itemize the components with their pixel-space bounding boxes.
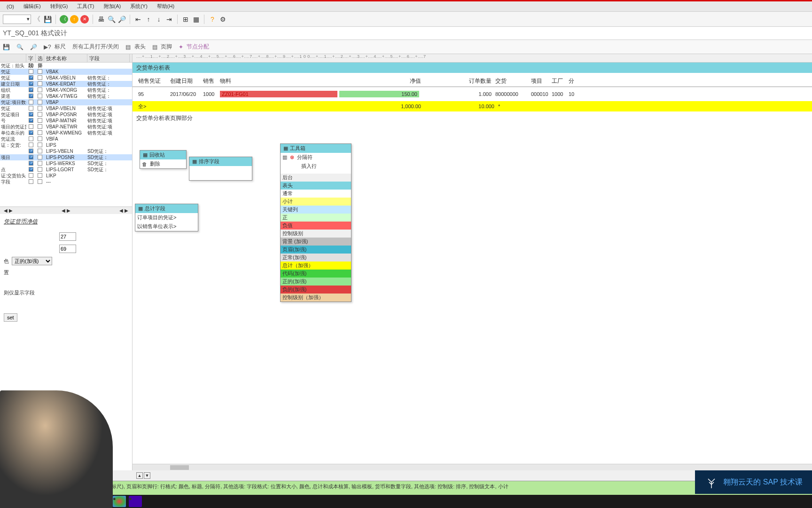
menu-o[interactable]: (O) bbox=[2, 2, 19, 11]
field-row[interactable]: 项目LIPS-POSNRSD凭证： bbox=[0, 154, 132, 160]
nodes-button[interactable]: ✦ 节点分配 bbox=[179, 43, 209, 51]
color-swatch[interactable]: 负值 bbox=[281, 222, 351, 230]
pos-input-1[interactable] bbox=[59, 232, 76, 241]
tree-icon bbox=[704, 475, 718, 489]
nav-up-icon[interactable]: ▲ bbox=[136, 472, 143, 479]
recycle-panel[interactable]: ▦回收站 🗑删除 bbox=[140, 150, 187, 169]
page-up-icon[interactable]: ↑ bbox=[144, 15, 153, 24]
set-button[interactable]: set bbox=[4, 313, 17, 322]
total-panel[interactable]: ▦总计字段 订单项目的凭证> 以销售单位表示> bbox=[135, 204, 198, 231]
page-first-icon[interactable]: ⇤ bbox=[134, 15, 142, 24]
page-last-icon[interactable]: ⇥ bbox=[165, 15, 173, 24]
color-swatch[interactable]: 小计 bbox=[281, 198, 351, 206]
total-item-1[interactable]: 订单项目的凭证> bbox=[135, 213, 198, 222]
main-toolbar: ▾ 《 💾 《 ↑ ✕ 🖶 🔍 🔎 ⇤ ↑ ↓ ⇥ ⊞ ▦ ? ⚙ bbox=[0, 12, 812, 27]
color-swatch[interactable]: 表头 bbox=[281, 182, 351, 190]
back-btn-icon[interactable]: 《 bbox=[60, 15, 68, 24]
shortcut-icon[interactable]: ▦ bbox=[192, 15, 200, 24]
find-next-icon[interactable]: 🔎 bbox=[117, 15, 126, 24]
h-scrollbar[interactable] bbox=[133, 464, 812, 470]
toolbox-panel[interactable]: ▦工具箱 ▥⊗分隔符 插入行 后台表头通常小计关键列正负值控制级别背景 (加强)… bbox=[280, 143, 351, 302]
field-row[interactable]: 凭证：抬头100 bbox=[0, 63, 132, 69]
total-item-2[interactable]: 以销售单位表示> bbox=[135, 222, 198, 231]
color-select[interactable]: 正的(加强) bbox=[12, 257, 52, 265]
color-swatch[interactable]: 正 bbox=[281, 214, 351, 222]
nav-arrows[interactable]: ▲ ▼ bbox=[136, 472, 150, 479]
color-swatch[interactable]: 代码(加强) bbox=[281, 270, 351, 278]
menu-edit[interactable]: 编辑(E) bbox=[19, 1, 46, 11]
menu-tools[interactable]: 工具(T) bbox=[72, 1, 99, 11]
field-row[interactable]: LIPS-WERKSSD凭证： bbox=[0, 160, 132, 167]
report-footer[interactable]: 交货单分析表页脚部分 bbox=[133, 111, 812, 125]
new-session-icon[interactable]: ⊞ bbox=[181, 15, 190, 24]
pos-input-2[interactable] bbox=[59, 245, 76, 253]
field-row[interactable]: 证:交货抬头LIKP bbox=[0, 173, 132, 179]
field-row[interactable]: 凭证:项目数据VBAP bbox=[0, 99, 132, 105]
footer-button[interactable]: ▤ 页脚 bbox=[152, 43, 172, 51]
field-row[interactable]: 凭证VBAK-VBELN销售凭证： bbox=[0, 75, 132, 81]
color-swatch[interactable]: 正的(加强) bbox=[281, 278, 351, 286]
save-icon[interactable]: 💾 bbox=[43, 15, 52, 24]
ruler-toggle[interactable]: ▶? 标尺 bbox=[44, 43, 66, 51]
find-icon[interactable]: 🔍 bbox=[107, 15, 116, 24]
report-data-row[interactable]: 95 2017/06/20 1000 ZZ01-FG01 150.00 1.00… bbox=[133, 89, 812, 99]
color-swatch[interactable]: 通常 bbox=[281, 190, 351, 198]
color-swatch[interactable]: 背景 (加强) bbox=[281, 238, 351, 246]
cancel-icon[interactable]: ✕ bbox=[80, 15, 89, 24]
find-next-button[interactable]: 🔎 bbox=[30, 44, 37, 50]
field-row[interactable]: 字段--- bbox=[0, 179, 132, 185]
field-list-body[interactable]: 凭证：抬头100凭证VBAK凭证VBAK-VBELN销售凭证：建立日期VBAK-… bbox=[0, 63, 132, 185]
report-title[interactable]: 交货单分析表 bbox=[133, 63, 812, 73]
color-swatch[interactable]: 后台 bbox=[281, 174, 351, 182]
list-scroll[interactable]: ◀ ▶◀ ▶◀ ▶ bbox=[0, 206, 132, 214]
field-row[interactable]: 建立日期VBAK-ERDAT销售凭证： bbox=[0, 81, 132, 87]
report-header[interactable]: 销售凭证 创建日期 销售 物料 净值 订单数量 交货 项目 工厂 分 bbox=[133, 76, 812, 87]
color-swatch[interactable]: 总计（加强） bbox=[281, 262, 351, 270]
menu-extras[interactable]: 附加(A) bbox=[99, 1, 126, 11]
field-row[interactable]: 项目的凭证货VBAP-NETWR销售凭证:项 bbox=[0, 124, 132, 130]
color-swatch[interactable]: 负的(加强) bbox=[281, 286, 351, 294]
color-swatch[interactable]: 控制级别（加强） bbox=[281, 294, 351, 302]
field-row[interactable]: 凭证VBAP-VBELN销售凭证:项 bbox=[0, 105, 132, 111]
sort-panel[interactable]: ▦排序字段 bbox=[189, 157, 252, 181]
windows-taskbar[interactable]: ● ● bbox=[0, 495, 812, 508]
eclipse-icon[interactable]: ● bbox=[129, 496, 142, 507]
color-swatch[interactable]: 控制级别 bbox=[281, 230, 351, 238]
settings-icon[interactable]: ⚙ bbox=[219, 15, 227, 24]
field-row[interactable]: 渠道VBAK-VTWEG销售凭证： bbox=[0, 93, 132, 99]
print-icon[interactable]: 🖶 bbox=[97, 15, 105, 24]
help-icon[interactable]: ? bbox=[208, 15, 217, 24]
field-row[interactable]: LIPS-VBELNSD凭证： bbox=[0, 148, 132, 154]
nav-down-icon[interactable]: ▼ bbox=[144, 472, 150, 479]
exit-icon[interactable]: ↑ bbox=[70, 15, 78, 24]
field-row[interactable]: 单位表示的VBAP-KWMENG销售凭证:项 bbox=[0, 130, 132, 136]
sep-icon: ▥ bbox=[282, 154, 287, 160]
insert-row-item[interactable]: 插入行 bbox=[281, 162, 351, 171]
field-row[interactable]: 号VBAP-MATNR销售凭证:项 bbox=[0, 118, 132, 124]
color-swatch[interactable]: 页眉(加强) bbox=[281, 246, 351, 254]
command-field[interactable]: ▾ bbox=[3, 15, 31, 24]
chrome-icon[interactable]: ● bbox=[113, 496, 126, 507]
report-total-row[interactable]: 全> 1,000.00 10.000 * bbox=[133, 101, 812, 111]
field-row[interactable]: 证：交货:LIPS bbox=[0, 142, 132, 148]
back-icon[interactable]: 《 bbox=[33, 15, 41, 24]
panel-icon: ▦ bbox=[283, 145, 288, 151]
menu-system[interactable]: 系统(Y) bbox=[125, 1, 152, 11]
field-row[interactable]: 凭证VBAK bbox=[0, 69, 132, 75]
header-button[interactable]: ▤ 表头 bbox=[125, 43, 145, 51]
delete-item[interactable]: 🗑删除 bbox=[140, 159, 186, 168]
menu-help[interactable]: 帮助(H) bbox=[152, 1, 179, 11]
close-icon: ⊗ bbox=[290, 154, 294, 160]
field-row[interactable]: 凭证项目VBAP-POSNR销售凭证:项 bbox=[0, 111, 132, 118]
find-button[interactable]: 🔍 bbox=[16, 44, 23, 50]
tools-toggle[interactable]: 所有工具打开/关闭 bbox=[72, 43, 119, 51]
field-row[interactable]: 组织VBAK-VKORG销售凭证： bbox=[0, 87, 132, 93]
field-row[interactable]: 凭证流VBFA bbox=[0, 136, 132, 142]
color-swatch[interactable]: 关键列 bbox=[281, 206, 351, 214]
field-row[interactable]: 点LIPS-LGORTSD凭证： bbox=[0, 167, 132, 173]
page-down-icon[interactable]: ↓ bbox=[155, 15, 163, 24]
menu-goto[interactable]: 转到(G) bbox=[46, 1, 73, 11]
color-swatch[interactable]: 正常(加强) bbox=[281, 254, 351, 262]
separator-item[interactable]: ▥⊗分隔符 bbox=[281, 153, 351, 162]
save-button[interactable]: 💾 bbox=[3, 44, 10, 50]
